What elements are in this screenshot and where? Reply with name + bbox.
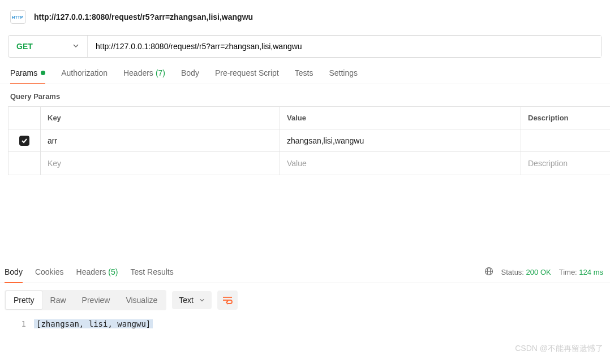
tab-params-label: Params — [10, 68, 37, 77]
tab-headers[interactable]: Headers (7) — [123, 68, 165, 84]
spacer — [0, 175, 610, 265]
table-row: arr zhangsan,lisi,wangwu — [8, 129, 610, 152]
row-key[interactable]: arr — [41, 129, 280, 151]
table-header-row: Key Value Description — [8, 107, 610, 129]
response-view-toolbar: Pretty Raw Preview Visualize Text — [0, 283, 610, 317]
new-value-input[interactable]: Value — [280, 152, 521, 175]
request-header-row: HTTP http://127.0.0.1:8080/request/r5?ar… — [0, 0, 610, 33]
request-url-bar: GET — [8, 35, 602, 58]
status-label: Status: — [501, 268, 524, 276]
th-value: Value — [280, 107, 521, 129]
query-params-title: Query Params — [0, 84, 610, 106]
request-tabs: Params Authorization Headers (7) Body Pr… — [0, 68, 610, 84]
status-block[interactable]: Status: 200 OK — [501, 268, 551, 276]
globe-icon[interactable] — [484, 267, 493, 278]
http-icon: HTTP — [10, 10, 26, 24]
method-select[interactable]: GET — [8, 36, 88, 57]
time-value: 124 ms — [579, 268, 603, 276]
method-label: GET — [16, 42, 33, 51]
view-preview-button[interactable]: Preview — [74, 291, 118, 309]
view-visualize-button[interactable]: Visualize — [118, 291, 165, 309]
new-desc-input[interactable]: Description — [521, 152, 610, 175]
row-checkbox-cell[interactable] — [8, 129, 41, 151]
status-value: 200 OK — [526, 268, 551, 276]
format-label: Text — [179, 296, 194, 305]
resp-headers-count: (5) — [108, 267, 118, 276]
tab-authorization[interactable]: Authorization — [61, 68, 108, 84]
tab-params[interactable]: Params — [10, 68, 45, 84]
params-active-dot-icon — [41, 71, 45, 75]
response-bar: Body Cookies Headers (5) Test Results St… — [0, 265, 610, 283]
time-label: Time: — [559, 268, 577, 276]
resp-tab-cookies[interactable]: Cookies — [35, 265, 64, 283]
resp-tab-body[interactable]: Body — [5, 265, 23, 283]
wrap-lines-button[interactable] — [217, 291, 238, 310]
code-text: [zhangsan, lisi, wangwu] — [34, 319, 153, 328]
tab-headers-label: Headers — [123, 68, 153, 77]
code-line[interactable]: [zhangsan, lisi, wangwu] — [34, 319, 153, 328]
chevron-down-icon — [199, 296, 205, 305]
row-value[interactable]: zhangsan,lisi,wangwu — [280, 129, 521, 151]
th-key: Key — [41, 107, 280, 129]
resp-tab-test-results[interactable]: Test Results — [130, 265, 173, 283]
query-params-table: Key Value Description arr zhangsan,lisi,… — [8, 106, 610, 175]
url-input[interactable] — [88, 36, 602, 57]
response-status: Status: 200 OK Time: 124 ms — [484, 267, 603, 281]
tab-body[interactable]: Body — [181, 68, 199, 84]
checkbox-checked-icon — [19, 136, 29, 146]
resp-headers-label: Headers — [76, 267, 106, 276]
th-check — [8, 107, 41, 129]
line-number: 1 — [0, 319, 34, 328]
th-description: Description — [521, 107, 610, 129]
tab-prerequest[interactable]: Pre-request Script — [215, 68, 279, 84]
new-check — [8, 152, 41, 175]
tab-tests[interactable]: Tests — [295, 68, 313, 84]
new-key-input[interactable]: Key — [41, 152, 280, 175]
watermark: CSDN @不能再留遗憾了 — [515, 344, 603, 354]
view-raw-button[interactable]: Raw — [42, 291, 74, 309]
resp-tab-headers[interactable]: Headers (5) — [76, 265, 118, 283]
headers-count: (7) — [156, 68, 165, 77]
time-block[interactable]: Time: 124 ms — [559, 268, 603, 276]
row-desc[interactable] — [521, 129, 610, 151]
format-select[interactable]: Text — [172, 291, 212, 309]
view-mode-segment: Pretty Raw Preview Visualize — [5, 290, 166, 310]
request-title-url: http://127.0.0.1:8080/request/r5?arr=zha… — [34, 12, 253, 21]
view-pretty-button[interactable]: Pretty — [6, 291, 42, 309]
svg-text:HTTP: HTTP — [12, 15, 23, 20]
response-tabs: Body Cookies Headers (5) Test Results — [5, 265, 484, 283]
response-body: 1 [zhangsan, lisi, wangwu] — [0, 317, 610, 331]
chevron-down-icon — [72, 42, 79, 51]
table-row-new[interactable]: Key Value Description — [8, 152, 610, 175]
tab-settings[interactable]: Settings — [329, 68, 358, 84]
